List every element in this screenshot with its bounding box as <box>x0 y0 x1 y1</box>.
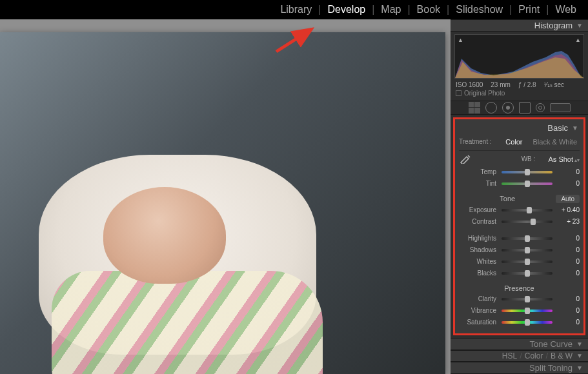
presence-subhead: Presence <box>459 284 580 292</box>
whites-slider[interactable] <box>502 261 553 263</box>
collapse-icon: ▼ <box>576 22 583 29</box>
saturation-slider[interactable] <box>502 321 553 324</box>
tone-subhead: Tone Auto <box>459 195 580 203</box>
original-photo-toggle[interactable]: Original Photo <box>451 90 588 101</box>
panel-basic-header[interactable]: Basic ▼ <box>459 122 580 135</box>
preview-image-detail <box>52 271 323 374</box>
temp-value[interactable]: 0 <box>558 168 580 175</box>
exif-readout: ISO 1600 23 mm ƒ / 2.8 ¹⁄₁₅ sec <box>451 79 588 90</box>
shadows-label: Shadows <box>459 246 496 253</box>
hsl-tab-bw[interactable]: B & W <box>551 351 573 360</box>
highlights-label: Highlights <box>459 235 496 242</box>
contrast-label: Contrast <box>459 218 496 225</box>
slider-tint: Tint 0 <box>459 178 580 190</box>
whites-label: Whites <box>459 258 496 265</box>
collapse-icon: ▼ <box>576 364 583 371</box>
panel-histogram-header[interactable]: Histogram ▼ <box>451 19 588 32</box>
contrast-slider[interactable] <box>502 221 553 223</box>
temp-label: Temp <box>459 168 496 175</box>
module-slideshow[interactable]: Slideshow <box>453 4 505 15</box>
redeye-tool-icon[interactable] <box>502 102 514 113</box>
tool-strip <box>451 101 588 115</box>
module-library[interactable]: Library <box>278 4 314 15</box>
collapse-icon: ▼ <box>576 352 583 359</box>
clarity-label: Clarity <box>459 295 496 302</box>
exposure-label: Exposure <box>459 206 496 213</box>
wb-label: WB : <box>522 155 536 162</box>
hsl-tab-color[interactable]: Color <box>525 351 543 360</box>
panel-basic-highlighted: Basic ▼ Treatment : Color Black & White … <box>453 117 585 335</box>
exif-aperture: ƒ / 2.8 <box>518 81 536 88</box>
whites-value[interactable]: 0 <box>558 258 580 265</box>
temp-slider[interactable] <box>502 171 553 173</box>
panel-basic-title: Basic <box>547 123 568 133</box>
tint-value[interactable]: 0 <box>558 180 580 187</box>
panel-histogram-title: Histogram <box>534 21 573 30</box>
treatment-color[interactable]: Color <box>503 137 525 146</box>
module-print[interactable]: Print <box>516 4 542 15</box>
panel-split-toning-header[interactable]: Split Toning ▼ <box>451 362 588 374</box>
tint-label: Tint <box>459 180 496 187</box>
module-switcher: Library| Develop| Map| Book| Slideshow| … <box>0 0 588 19</box>
tone-label: Tone <box>459 195 556 202</box>
clarity-value[interactable]: 0 <box>558 295 580 302</box>
presence-label: Presence <box>459 284 580 292</box>
clarity-slider[interactable] <box>502 298 553 300</box>
saturation-value[interactable]: 0 <box>558 319 580 326</box>
vibrance-slider[interactable] <box>502 310 553 312</box>
canvas-area <box>0 19 451 374</box>
hsl-tab-hsl[interactable]: HSL <box>502 351 517 360</box>
panel-tone-curve-header[interactable]: Tone Curve ▼ <box>451 338 588 350</box>
checkbox-icon <box>456 90 461 96</box>
blacks-slider[interactable] <box>502 272 553 275</box>
blacks-label: Blacks <box>459 270 496 277</box>
module-book[interactable]: Book <box>414 4 443 15</box>
crop-tool-icon[interactable] <box>469 102 480 113</box>
preview-image[interactable] <box>0 32 445 374</box>
module-web[interactable]: Web <box>553 4 579 15</box>
tint-slider[interactable] <box>502 182 553 185</box>
panel-hsl-header[interactable]: HSL/ Color/ B & W ▼ <box>451 350 588 362</box>
brush-tool-icon[interactable] <box>550 103 571 112</box>
exif-shutter: ¹⁄₁₅ sec <box>544 81 564 88</box>
module-develop[interactable]: Develop <box>325 4 368 15</box>
blacks-value[interactable]: 0 <box>558 270 580 277</box>
spot-tool-icon[interactable] <box>485 102 497 113</box>
treatment-bw[interactable]: Black & White <box>531 137 580 146</box>
exposure-slider[interactable] <box>502 209 553 212</box>
collapse-icon: ▼ <box>576 340 583 348</box>
wb-preset-select[interactable]: As Shot▴▾ <box>539 155 580 163</box>
workspace: Histogram ▼ ▲ ▲ ISO 1600 23 mm ƒ / 2.8 ¹… <box>0 19 588 374</box>
exif-iso: ISO 1600 <box>456 81 483 88</box>
treatment-row: Treatment : Color Black & White <box>459 135 580 151</box>
auto-tone-button[interactable]: Auto <box>556 195 580 203</box>
vibrance-label: Vibrance <box>459 307 496 314</box>
chevron-updown-icon: ▴▾ <box>574 157 580 163</box>
contrast-value[interactable]: + 23 <box>558 218 580 225</box>
right-panel: Histogram ▼ ▲ ▲ ISO 1600 23 mm ƒ / 2.8 ¹… <box>451 19 588 374</box>
highlights-value[interactable]: 0 <box>558 235 580 242</box>
exposure-value[interactable]: + 0.40 <box>558 206 580 213</box>
module-map[interactable]: Map <box>378 4 403 15</box>
saturation-label: Saturation <box>459 319 496 326</box>
highlights-slider[interactable] <box>502 237 553 240</box>
shadows-value[interactable]: 0 <box>558 246 580 253</box>
radial-filter-tool-icon[interactable] <box>536 103 545 112</box>
slider-temp: Temp 0 <box>459 166 580 178</box>
treatment-label: Treatment : <box>459 138 492 145</box>
grad-filter-tool-icon[interactable] <box>519 102 531 113</box>
tone-curve-title: Tone Curve <box>530 339 573 349</box>
histogram-graph <box>455 34 584 78</box>
original-photo-label: Original Photo <box>464 90 505 97</box>
shadows-slider[interactable] <box>502 249 553 251</box>
exif-focal: 23 mm <box>491 81 511 88</box>
collapse-icon: ▼ <box>572 124 578 132</box>
vibrance-value[interactable]: 0 <box>558 307 580 314</box>
split-toning-title: Split Toning <box>529 363 573 373</box>
wb-dropper-icon[interactable] <box>459 155 473 164</box>
wb-row: WB : As Shot▴▾ <box>459 151 580 166</box>
histogram[interactable]: ▲ ▲ <box>454 34 584 79</box>
